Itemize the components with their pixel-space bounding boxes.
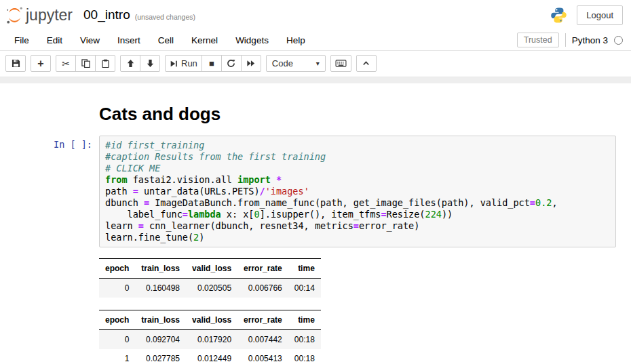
table-cell: 00:14 [288, 279, 321, 298]
fast-forward-icon [246, 59, 255, 68]
menubar: File Edit View Insert Cell Kernel Widget… [0, 30, 631, 51]
code-input[interactable]: #id first_training#caption Results from … [99, 136, 616, 247]
notebook-title[interactable]: 00_intro [83, 7, 130, 22]
autosave-status: (unsaved changes) [135, 13, 195, 21]
column-header: valid_loss [186, 310, 237, 330]
training-results-table: epochtrain_lossvalid_losserror_ratetime0… [99, 258, 321, 298]
move-cell-up-button[interactable] [120, 55, 140, 72]
table-cell: 0.006766 [237, 279, 288, 298]
toolbar: + ✂ [0, 51, 631, 77]
interrupt-kernel-button[interactable]: ■ [202, 55, 222, 72]
table-cell: 0.092704 [135, 330, 186, 350]
menu-edit[interactable]: Edit [38, 31, 71, 49]
jupyter-logo[interactable]: jupyter [5, 6, 73, 24]
input-prompt: In [ ]: [0, 136, 99, 247]
menu-insert[interactable]: Insert [109, 31, 149, 49]
restart-run-all-button[interactable] [241, 55, 261, 72]
run-label: Run [181, 58, 197, 68]
table-cell: 0.017920 [186, 330, 237, 350]
copy-icon [81, 59, 90, 68]
copy-cell-button[interactable] [75, 55, 96, 72]
run-cell-button[interactable]: Run [165, 55, 202, 72]
menu-widgets[interactable]: Widgets [227, 31, 278, 49]
kernel-idle-icon [614, 36, 623, 45]
menu-kernel[interactable]: Kernel [183, 31, 227, 49]
training-results-table: epochtrain_lossvalid_losserror_ratetime0… [99, 310, 321, 364]
stop-icon: ■ [209, 59, 214, 68]
command-palette-button[interactable] [330, 55, 351, 72]
column-header: train_loss [135, 310, 186, 330]
code-line: learn = cnn_learner(dbunch, resnet34, me… [105, 220, 610, 232]
table-cell: 0 [99, 279, 135, 298]
code-cell[interactable]: In [ ]: #id first_training#caption Resul… [0, 133, 631, 250]
table-cell: 0.027785 [135, 349, 186, 364]
notebook-site: Cats and dogs In [ ]: #id first_training… [0, 77, 631, 364]
jupyter-logo-icon [5, 6, 24, 24]
code-line: # CLICK ME [105, 163, 610, 174]
move-cell-down-button[interactable] [140, 55, 160, 72]
code-line: dbunch = ImageDataBunch.from_name_func(p… [105, 197, 610, 209]
plus-icon: + [37, 58, 43, 69]
paste-cell-button[interactable] [95, 55, 115, 72]
code-line: #caption Results from the first training [105, 151, 610, 163]
python-logo-icon [550, 7, 567, 24]
menu-cell[interactable]: Cell [149, 31, 183, 49]
column-header: time [288, 310, 321, 330]
cell-type-select[interactable]: Code ▾ [266, 55, 326, 72]
restart-kernel-button[interactable] [221, 55, 242, 72]
table-cell: 00:18 [288, 330, 321, 350]
column-header: time [288, 259, 321, 279]
table-cell: 00:18 [288, 349, 321, 364]
cell-type-value: Code [272, 58, 293, 68]
table-header-row: epochtrain_lossvalid_losserror_ratetime [99, 310, 321, 330]
code-line: learn.fine_tune(2) [105, 232, 610, 243]
kernel-name: Python 3 [572, 35, 608, 45]
table-cell: 0.020505 [186, 279, 237, 298]
table-row: 00.0927040.0179200.00744200:18 [99, 330, 321, 350]
clipboard-icon [101, 59, 110, 68]
jupyter-logo-text: jupyter [26, 6, 73, 24]
insert-cell-button[interactable]: + [31, 55, 51, 72]
column-header: error_rate [237, 310, 288, 330]
menu-view[interactable]: View [71, 31, 109, 49]
menu-file[interactable]: File [5, 31, 38, 49]
caret-down-icon: ▾ [316, 60, 320, 67]
table-cell: 1 [99, 349, 135, 364]
column-header: error_rate [237, 259, 288, 279]
column-header: train_loss [135, 259, 186, 279]
table-row: 10.0277850.0124490.00541300:18 [99, 349, 321, 364]
code-line: from fastai2.vision.all import * [105, 174, 610, 186]
code-line: #id first_training [105, 140, 610, 151]
markdown-cell[interactable]: Cats and dogs [0, 93, 631, 133]
code-line: path = untar_data(URLs.PETS)/'images' [105, 186, 610, 197]
trusted-badge[interactable]: Trusted [517, 33, 559, 47]
save-button[interactable] [5, 55, 26, 72]
cut-cell-button[interactable]: ✂ [56, 55, 76, 72]
chevron-up-button[interactable] [356, 55, 377, 72]
code-line: label_func=lambda x: x[0].isupper(), ite… [105, 209, 610, 220]
keyboard-icon [335, 59, 347, 68]
chevron-up-icon [362, 59, 370, 68]
floppy-icon [12, 59, 20, 68]
logout-button[interactable]: Logout [577, 5, 623, 25]
code-area: #id first_training#caption Results from … [105, 140, 610, 243]
menu-help[interactable]: Help [278, 31, 314, 49]
column-header: epoch [99, 259, 135, 279]
output-area: epochtrain_lossvalid_losserror_ratetime0… [99, 250, 631, 364]
step-forward-icon [170, 60, 178, 68]
arrow-up-icon [126, 59, 135, 68]
header-bar: jupyter 00_intro (unsaved changes) Logou… [0, 0, 631, 30]
notebook-container: Cats and dogs In [ ]: #id first_training… [0, 83, 631, 364]
table-cell: 0 [99, 330, 135, 350]
scissors-icon: ✂ [62, 59, 70, 68]
restart-icon [227, 59, 235, 68]
arrow-down-icon [146, 59, 155, 68]
column-header: epoch [99, 310, 135, 330]
table-row: 00.1604980.0205050.00676600:14 [99, 279, 321, 298]
menu-list: File Edit View Insert Cell Kernel Widget… [5, 31, 314, 49]
table-cell: 0.160498 [135, 279, 186, 298]
markdown-heading: Cats and dogs [99, 104, 221, 125]
table-cell: 0.007442 [237, 330, 288, 350]
column-header: valid_loss [186, 259, 237, 279]
table-cell: 0.012449 [186, 349, 237, 364]
